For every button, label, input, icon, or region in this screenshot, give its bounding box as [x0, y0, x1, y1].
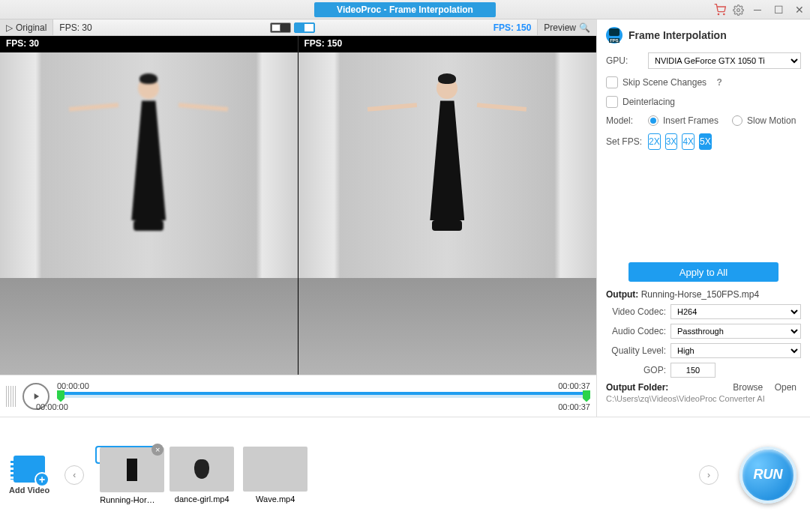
- video-codec-label: Video Codec:: [606, 306, 666, 317]
- video-preview-area: [0, 52, 596, 375]
- fps-badge-icon: FPS: [606, 27, 622, 43]
- play-icon: ▷: [6, 22, 13, 33]
- output-filename: Running-Horse_150FPS.mp4: [641, 289, 759, 300]
- maximize-button[interactable]: ☐: [768, 0, 789, 19]
- thumbnail-close-icon[interactable]: ×: [152, 444, 164, 456]
- fps-5x-button[interactable]: 5X: [699, 133, 712, 150]
- thumbnail-name: dance-girl.mp4: [170, 495, 234, 504]
- fps-3x-button[interactable]: 3X: [665, 133, 678, 150]
- deinterlacing-label: Deinterlacing: [622, 97, 675, 107]
- gear-icon[interactable]: [729, 0, 747, 19]
- quality-label: Quality Level:: [606, 345, 666, 356]
- preview-button[interactable]: Preview 🔍: [537, 19, 596, 35]
- search-icon: 🔍: [579, 22, 590, 33]
- panel-title-row: FPS Frame Interpolation: [606, 27, 801, 43]
- range-end-label: 00:00:37: [558, 402, 590, 411]
- thumbnail-image: [170, 447, 234, 492]
- thumbnail-item[interactable]: dance-girl.mp4: [170, 447, 234, 504]
- video-codec-select[interactable]: H264: [670, 304, 801, 319]
- skip-scene-checkbox[interactable]: [606, 76, 618, 88]
- output-folder-label: Output Folder:: [606, 382, 668, 393]
- toggle-single-view[interactable]: [270, 22, 291, 33]
- svg-point-2: [736, 8, 740, 11]
- add-video-button[interactable]: Add Video: [9, 456, 50, 495]
- output-label: Output:: [606, 289, 638, 300]
- gop-input[interactable]: [670, 363, 716, 378]
- player-controls: 00:00:00 00:00:37 00:00:00 00:00:37: [0, 375, 596, 417]
- video-left-original: [0, 52, 298, 375]
- gpu-label: GPU:: [606, 55, 644, 66]
- compare-toggles: [266, 22, 320, 33]
- thumbnail-name: Wave.mp4: [243, 495, 308, 504]
- thumbnail-item[interactable]: Wave.mp4: [243, 447, 308, 504]
- titlebar: VideoProc - Frame Interpolation ─ ☐ ✕: [0, 0, 810, 19]
- app-title: VideoProc - Frame Interpolation: [314, 2, 496, 17]
- model-label: Model:: [606, 115, 644, 126]
- model-slow-label: Slow Motion: [747, 115, 796, 126]
- gpu-select[interactable]: NVIDIA GeForce GTX 1050 Ti: [648, 52, 801, 69]
- output-folder-path: C:\Users\zq\Videos\VideoProc Converter A…: [606, 394, 801, 403]
- grip-handle[interactable]: [6, 386, 16, 407]
- thumbnail-list: ×Running-Horse.mdance-girl.mp4Wave.mp4: [96, 447, 308, 504]
- fps-2x-button[interactable]: 2X: [648, 133, 661, 150]
- settings-panel: FPS Frame Interpolation GPU: NVIDIA GeFo…: [596, 19, 810, 417]
- add-video-icon: [14, 456, 45, 483]
- range-start-handle[interactable]: [57, 390, 64, 402]
- fps-left-label: FPS: 30: [53, 22, 98, 33]
- thumb-prev-button[interactable]: ‹: [64, 465, 84, 485]
- original-button[interactable]: ▷ Original: [0, 19, 53, 35]
- audio-codec-select[interactable]: Passthrough: [670, 324, 801, 339]
- gop-label: GOP:: [606, 365, 666, 375]
- thumb-next-button[interactable]: ›: [699, 465, 718, 485]
- svg-point-1: [724, 13, 724, 14]
- fps-multiplier-group: 2X3X4X5X: [648, 133, 712, 150]
- close-button[interactable]: ✕: [789, 0, 810, 19]
- quality-select[interactable]: High: [670, 343, 801, 358]
- deinterlacing-checkbox[interactable]: [606, 96, 618, 108]
- model-slow-radio[interactable]: [732, 115, 742, 126]
- bottom-strip: Add Video ‹ ×Running-Horse.mdance-girl.m…: [0, 417, 810, 532]
- range-end-handle[interactable]: [583, 390, 590, 402]
- time-start-top: 00:00:00: [57, 381, 89, 390]
- thumbnail-name: Running-Horse.m: [100, 495, 157, 504]
- open-button[interactable]: Open: [770, 381, 801, 394]
- preview-label: Preview: [544, 22, 576, 33]
- thumbnail-image: [243, 447, 308, 492]
- audio-codec-label: Audio Codec:: [606, 326, 666, 336]
- video-right-interpolated: [298, 52, 597, 375]
- fps-overlay-bar: FPS: 30 FPS: 150: [0, 36, 596, 52]
- panel-title: Frame Interpolation: [628, 29, 727, 41]
- help-icon[interactable]: ?: [714, 77, 724, 88]
- original-label: Original: [16, 22, 46, 33]
- set-fps-label: Set FPS:: [606, 136, 644, 147]
- model-insert-radio[interactable]: [648, 115, 658, 126]
- fps-overlay-right: FPS: 150: [298, 36, 597, 52]
- minimize-button[interactable]: ─: [747, 0, 768, 19]
- toggle-split-view[interactable]: [294, 22, 315, 33]
- run-button[interactable]: RUN: [740, 447, 796, 504]
- thumbnail-item[interactable]: ×Running-Horse.m: [96, 447, 160, 463]
- skip-scene-label: Skip Scene Changes: [622, 77, 706, 88]
- preview-toolbar: ▷ Original FPS: 30 FPS: 150 Preview 🔍: [0, 19, 596, 36]
- cart-icon[interactable]: [711, 0, 729, 19]
- apply-to-all-button[interactable]: Apply to All: [628, 262, 778, 282]
- range-start-label: 00:00:00: [36, 402, 68, 411]
- browse-button[interactable]: Browse: [728, 381, 767, 394]
- fps-overlay-left: FPS: 30: [0, 36, 298, 52]
- timeline-fill: [58, 392, 589, 395]
- time-end-top: 00:00:37: [558, 381, 590, 390]
- fps-right-label: FPS: 150: [488, 22, 538, 33]
- model-insert-label: Insert Frames: [663, 115, 718, 126]
- timeline[interactable]: 00:00:00 00:00:37 00:00:00 00:00:37: [57, 381, 590, 411]
- fps-4x-button[interactable]: 4X: [682, 133, 694, 150]
- svg-point-0: [718, 13, 718, 14]
